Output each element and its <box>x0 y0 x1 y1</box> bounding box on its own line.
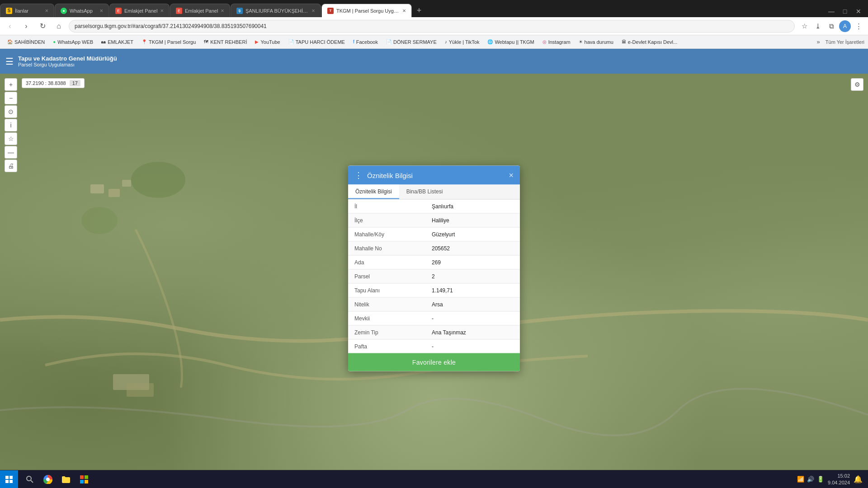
bookmark-instagram[interactable]: ◎ Instagram <box>539 37 574 47</box>
favorites-button[interactable]: Favorilere ekle <box>348 353 520 371</box>
bookmark-whatsapp[interactable]: ● WhatsApp WEB <box>49 37 97 47</box>
forward-button[interactable]: › <box>20 20 33 33</box>
tab-close-emlakjet2[interactable]: × <box>221 7 224 14</box>
download-button[interactable]: ⤓ <box>812 20 824 32</box>
taskbar-clock: 15:02 9.04.2024 <box>828 473 850 486</box>
bookmark-label-hava: hava durumu <box>585 39 613 45</box>
bookmark-webtapu[interactable]: 🌐 Webtapu || TKGM <box>484 37 538 47</box>
svg-rect-15 <box>80 475 84 479</box>
url-input[interactable]: parselsorgu.tkgm.gov.tr/#ara/cografi/37.… <box>69 20 795 33</box>
bookmark-icon-edevlet: 🏛 <box>622 39 626 44</box>
table-row: İl Şanlıurfa <box>348 200 520 214</box>
tab-close-ilanlar[interactable]: × <box>45 7 48 14</box>
field-label-mahalle: Mahalle/Köy <box>348 227 425 241</box>
field-value-ada: 269 <box>425 255 520 269</box>
windows-store-icon <box>80 475 88 483</box>
map-area[interactable]: ☰ Tapu ve Kadastro Genel Müdürlüğü Parse… <box>0 49 868 488</box>
tab-title-emlakjet2: Emlakjet Panel <box>185 8 218 14</box>
bookmark-facebook[interactable]: f Facebook <box>349 37 382 47</box>
start-button[interactable] <box>0 470 18 488</box>
home-button[interactable]: ⌂ <box>52 20 65 33</box>
bookmark-icon-youtube: ▶ <box>255 39 259 44</box>
modal-dialog: ⋮ Öznitelik Bilgisi × Öznitelik Bilgisi … <box>348 166 520 371</box>
field-label-ilce: İlçe <box>348 213 425 227</box>
bookmark-youtube[interactable]: ▶ YouTube <box>251 37 283 47</box>
tab-oznitelik[interactable]: Öznitelik Bilgisi <box>348 185 399 199</box>
tab-title-tkgm: TKGM | Parsel Sorgu Uygulama... <box>336 8 400 14</box>
bookmarks-bar: 🏠 SAHİBİNDEN ● WhatsApp WEB 🏘 EMLAKJET 📍… <box>0 35 868 49</box>
modal-overlay: ⋮ Öznitelik Bilgisi × Öznitelik Bilgisi … <box>0 49 868 488</box>
bookmark-kent[interactable]: 🗺 KENT REHBERİ <box>200 37 250 47</box>
tab-whatsapp[interactable]: ● WhatsApp × <box>55 4 109 17</box>
menu-button[interactable]: ⋮ <box>853 20 864 32</box>
bookmark-emlakjet[interactable]: 🏘 EMLAKJET <box>98 37 137 47</box>
tab-ilanlar[interactable]: S İlanlar × <box>0 4 54 17</box>
table-row: Mahalle/Köy Güzelyurt <box>348 227 520 241</box>
bookmark-tapu[interactable]: 📄 TAPU HARCI ÖDEME <box>285 37 349 47</box>
bookmarks-more-button[interactable]: » <box>814 38 823 46</box>
close-window-button[interactable]: ✕ <box>853 5 864 17</box>
taskbar-date-display: 9.04.2024 <box>828 479 850 486</box>
field-value-zemintip: Ana Taşınmaz <box>425 325 520 339</box>
taskbar-files-button[interactable] <box>58 471 74 488</box>
bookmark-sahibinden[interactable]: 🏠 SAHİBİNDEN <box>4 37 48 47</box>
svg-rect-17 <box>80 480 84 483</box>
tab-emlakjet2[interactable]: E Emlakjet Panel × <box>170 4 230 17</box>
bookmark-label-sahibinden: SAHİBİNDEN <box>14 39 45 45</box>
field-label-ada: Ada <box>348 255 425 269</box>
bookmark-edevlet[interactable]: 🏛 e-Devlet Kapısı Devl... <box>618 37 681 47</box>
table-row: Mahalle No 205652 <box>348 241 520 255</box>
bookmark-star-button[interactable]: ☆ <box>798 20 810 32</box>
tab-close-emlakjet1[interactable]: × <box>160 7 164 14</box>
field-value-nitelik: Arsa <box>425 297 520 311</box>
bookmark-label-facebook: Facebook <box>356 39 378 45</box>
minimize-button[interactable]: — <box>826 5 837 17</box>
table-row: Parsel 2 <box>348 269 520 283</box>
taskbar-app4-button[interactable] <box>76 471 92 488</box>
tab-title-emlakjet1: Emlakjet Panel <box>124 8 157 14</box>
all-bookmarks-button[interactable]: Tüm Yer İşaretleri <box>826 39 864 45</box>
new-tab-button[interactable]: + <box>412 4 426 17</box>
field-value-tapualani: 1.149,71 <box>425 283 520 297</box>
taskbar-search-button[interactable] <box>22 471 38 488</box>
tab-title-whatsapp: WhatsApp <box>70 8 97 14</box>
taskbar-battery-icon: 🔋 <box>817 476 824 483</box>
field-label-parsel: Parsel <box>348 269 425 283</box>
reload-button[interactable]: ↻ <box>36 20 49 33</box>
tab-close-whatsapp[interactable]: × <box>99 7 103 14</box>
bookmark-tiktok[interactable]: ♪ Yükle | TikTok <box>441 37 483 47</box>
bookmark-tkgm[interactable]: 📍 TKGM | Parsel Sorgu <box>138 37 199 47</box>
bookmark-label-edevlet: e-Devlet Kapısı Devl... <box>628 39 677 45</box>
tab-favicon-emlakjet1: E <box>115 8 122 14</box>
back-button[interactable]: ‹ <box>4 20 16 33</box>
modal-title: Öznitelik Bilgisi <box>367 171 413 179</box>
modal-menu-icon[interactable]: ⋮ <box>354 170 363 180</box>
bookmark-doner[interactable]: 📄 DÖNER SERMAYE <box>382 37 440 47</box>
tab-emlakjet1[interactable]: E Emlakjet Panel × <box>109 4 170 17</box>
extensions-button[interactable]: ⧉ <box>826 20 837 32</box>
bookmark-icon-facebook: f <box>353 39 354 44</box>
tab-close-tkgm[interactable]: × <box>402 7 406 14</box>
bookmark-icon-tapu: 📄 <box>288 39 294 44</box>
table-row: Tapu Alanı 1.149,71 <box>348 283 520 297</box>
notification-button[interactable]: 🔔 <box>854 475 863 483</box>
bookmark-hava[interactable]: ☀ hava durumu <box>575 37 617 47</box>
tab-close-sanliurfa[interactable]: × <box>311 7 315 14</box>
bookmark-label-kent: KENT REHBERİ <box>210 39 247 45</box>
tab-favicon-emlakjet2: E <box>176 8 182 14</box>
profile-button[interactable]: A <box>839 20 851 32</box>
bookmark-icon-tiktok: ♪ <box>445 39 447 44</box>
taskbar-sound-icon: 🔊 <box>807 476 814 483</box>
tab-bina[interactable]: Bina/BB Listesi <box>399 185 450 199</box>
modal-close-button[interactable]: × <box>509 170 514 180</box>
modal-tabs: Öznitelik Bilgisi Bina/BB Listesi <box>348 185 520 200</box>
tab-tkgm[interactable]: T TKGM | Parsel Sorgu Uygulama... × <box>321 4 412 17</box>
maximize-button[interactable]: □ <box>839 5 851 17</box>
taskbar-chrome-button[interactable] <box>40 471 56 488</box>
bookmark-icon-sahibinden: 🏠 <box>7 39 13 44</box>
field-label-zemintip: Zemin Tip <box>348 325 425 339</box>
tab-sanliurfa[interactable]: Ş ŞANLIURFA BÜYÜKŞEHİR BELE... × <box>231 4 321 17</box>
taskbar: 📶 🔊 🔋 15:02 9.04.2024 🔔 <box>0 470 868 488</box>
field-label-mevkii: Mevkii <box>348 311 425 325</box>
bookmark-label-tapu: TAPU HARCI ÖDEME <box>296 39 345 45</box>
